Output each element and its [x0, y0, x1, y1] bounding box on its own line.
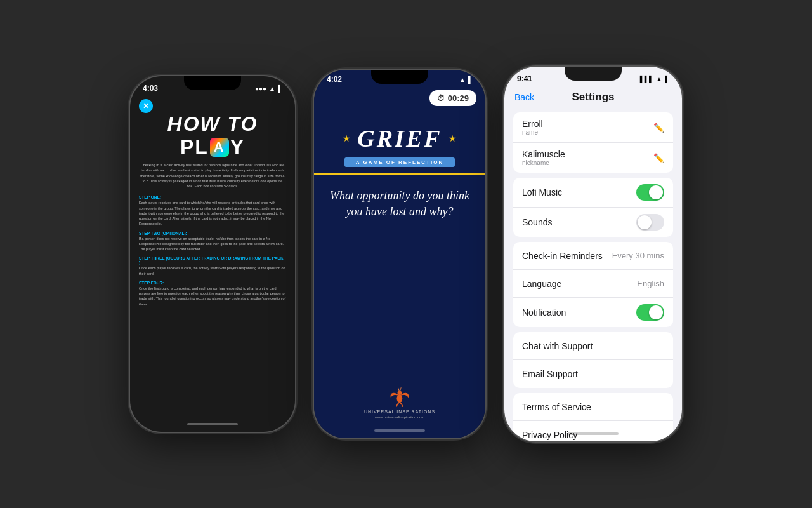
step1-text: Each player receives one card to which h…	[130, 200, 295, 228]
nickname-value: Kalimuscle	[522, 149, 565, 159]
language-label: Language	[522, 279, 561, 289]
battery-icon: ▌	[278, 85, 282, 92]
name-sublabel: name	[522, 129, 543, 136]
time-1: 4:03	[143, 84, 158, 93]
question-text: What opportunity do you think you have l…	[314, 175, 485, 226]
chat-support-label: Chat with Support	[522, 341, 593, 351]
support-section: Chat with Support Email Support	[513, 332, 673, 388]
phone-1: 4:03 ●●● ▲ ▌ ✕ HOW TO PL A Y Checking I	[130, 76, 295, 432]
phoenix-logo	[386, 380, 414, 408]
name-row[interactable]: Erroll name ✏️	[513, 112, 673, 143]
language-value: English	[637, 279, 664, 288]
signal-icon: ●●●	[255, 85, 266, 92]
language-row[interactable]: Language English	[513, 270, 673, 298]
status-icons-2: ▲ ▌	[459, 76, 473, 83]
nickname-row[interactable]: Kalimuscle nickname ✏️	[513, 143, 673, 173]
home-indicator-2	[374, 429, 425, 432]
email-support-label: Email Support	[522, 369, 578, 379]
preferences-section: Check-in Reminders Every 30 mins Languag…	[513, 242, 673, 327]
star-right: ★	[449, 133, 457, 144]
step4-title: STEP FOUR:	[130, 278, 295, 286]
lofi-toggle-knob	[649, 185, 663, 199]
wifi-icon: ▲	[269, 85, 275, 92]
step1-title: STEP ONE:	[130, 192, 295, 200]
name-value: Erroll	[522, 119, 543, 129]
play-pl: PL	[180, 135, 209, 159]
nickname-sublabel: nickname	[522, 159, 565, 166]
wifi-icon-2: ▲	[459, 76, 466, 83]
svg-point-0	[397, 394, 403, 403]
time-3: 9:41	[517, 74, 532, 83]
how-to-play-screen: 4:03 ●●● ▲ ▌ ✕ HOW TO PL A Y Checking I	[130, 76, 295, 432]
notification-toggle-knob	[649, 305, 663, 319]
edit-nickname-icon[interactable]: ✏️	[653, 153, 664, 163]
battery-icon-2: ▌	[468, 76, 473, 83]
status-icons-3: ▌▌▌ ▲ ▌	[640, 76, 669, 83]
notch-2	[371, 70, 428, 84]
nickname-field: Kalimuscle nickname	[522, 149, 565, 166]
profile-section: Erroll name ✏️ Kalimuscle nickname ✏️	[513, 112, 673, 173]
battery-icon-3: ▌	[665, 76, 669, 83]
grief-title-area: ★ GRIEF ★ A GAME OF REFLECTION	[314, 124, 485, 167]
step3-text: Once each player receives a card, the ac…	[130, 265, 295, 278]
time-2: 4:02	[327, 75, 342, 84]
settings-screen: 9:41 ▌▌▌ ▲ ▌ Back Settings Erroll name	[504, 67, 682, 441]
settings-title: Settings	[572, 91, 614, 104]
signal-icon-3: ▌▌▌	[640, 76, 653, 83]
lofi-label: Lofi Music	[522, 187, 562, 197]
checkin-value: Every 30 mins	[612, 251, 664, 260]
home-indicator-1	[187, 423, 238, 425]
how-to-play-title: HOW TO PL A Y	[130, 113, 295, 159]
notch-1	[184, 76, 241, 90]
back-button[interactable]: Back	[514, 92, 534, 102]
grief-screen: 4:02 ▲ ▌ ⏱ 00:29 ★ GRIEF ★ A GAME OF REF…	[314, 70, 485, 438]
notch-3	[565, 67, 622, 81]
title-line2: PL A Y	[136, 135, 289, 159]
svg-point-1	[398, 391, 402, 396]
lofi-row[interactable]: Lofi Music	[513, 178, 673, 208]
intro-text: Checking In is a card activity best suit…	[130, 159, 295, 192]
lofi-toggle[interactable]	[636, 184, 664, 201]
settings-nav: Back Settings	[504, 86, 682, 107]
step4-text: Once the first round is completed, and e…	[130, 286, 295, 309]
chat-support-row[interactable]: Chat with Support	[513, 332, 673, 360]
wifi-icon-3: ▲	[656, 76, 662, 83]
sounds-row[interactable]: Sounds	[513, 208, 673, 237]
status-icons-1: ●●● ▲ ▌	[255, 85, 282, 92]
stars-row: ★ GRIEF ★	[343, 124, 456, 152]
star-left: ★	[343, 133, 351, 144]
timer-display: ⏱ 00:29	[429, 90, 476, 106]
title-line1: HOW TO	[136, 113, 289, 135]
timer-value: 00:29	[448, 93, 469, 103]
terms-label: Terrms of Service	[522, 402, 591, 412]
play-y: Y	[230, 135, 245, 159]
notification-label: Notification	[522, 307, 566, 318]
privacy-row[interactable]: Privacy Policy	[513, 421, 673, 441]
terms-row[interactable]: Terrms of Service	[513, 393, 673, 421]
close-button[interactable]: ✕	[139, 99, 153, 113]
logo-text: UNIVERSAL INSPIRATIONS	[364, 410, 435, 414]
notification-toggle[interactable]	[636, 304, 664, 321]
privacy-label: Privacy Policy	[522, 430, 577, 440]
toggles-section: Lofi Music Sounds	[513, 178, 673, 237]
play-a-icon: A	[210, 138, 229, 157]
sounds-toggle[interactable]	[636, 214, 664, 231]
logo-area: UNIVERSAL INSPIRATIONS www.universalinsp…	[364, 380, 435, 419]
step2-text: If a person does not receive an acceptab…	[130, 236, 295, 254]
website-url: www.universalinspiration.com	[375, 415, 425, 419]
grief-title: GRIEF	[357, 124, 442, 152]
checkin-label: Check-in Reminders	[522, 251, 603, 261]
sounds-toggle-knob	[638, 215, 652, 229]
timer-icon: ⏱	[437, 94, 445, 103]
subtitle-bar: A GAME OF REFLECTION	[344, 157, 455, 167]
name-field: Erroll name	[522, 119, 543, 136]
phone-2: 4:02 ▲ ▌ ⏱ 00:29 ★ GRIEF ★ A GAME OF REF…	[314, 70, 485, 438]
step3-title: STEP THREE (OCCURS AFTER TRADING OR DRAW…	[130, 253, 295, 265]
checkin-row[interactable]: Check-in Reminders Every 30 mins	[513, 242, 673, 270]
phone-3: 9:41 ▌▌▌ ▲ ▌ Back Settings Erroll name	[504, 67, 682, 441]
home-indicator-3	[568, 432, 619, 435]
sounds-label: Sounds	[522, 217, 552, 227]
email-support-row[interactable]: Email Support	[513, 360, 673, 388]
edit-name-icon[interactable]: ✏️	[653, 123, 664, 133]
notification-row[interactable]: Notification	[513, 298, 673, 327]
